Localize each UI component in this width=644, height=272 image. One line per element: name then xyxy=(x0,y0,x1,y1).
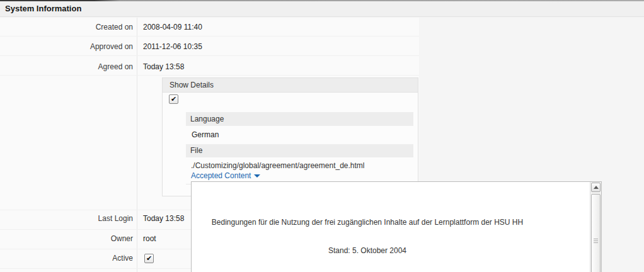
language-column-header: Language xyxy=(186,112,413,126)
system-information-page: System Information Created on 2008-04-09… xyxy=(0,0,644,272)
check-icon: ✔ xyxy=(146,254,152,262)
preview-scrollbar[interactable] xyxy=(590,182,601,272)
file-column-header: File xyxy=(186,144,413,157)
created-on-value: 2008-04-09 11:40 xyxy=(143,21,202,33)
accepted-content-label: Accepted Content xyxy=(191,171,251,180)
file-cell: ./Customizing/global/agreement/agreement… xyxy=(186,157,413,184)
scrollbar-up-button[interactable] xyxy=(591,183,601,192)
agreed-on-value: Today 13:58 xyxy=(143,61,184,72)
file-path: ./Customizing/global/agreement/agreement… xyxy=(191,162,413,170)
accepted-content-link[interactable]: Accepted Content xyxy=(191,172,260,180)
show-details-header: Show Details xyxy=(163,78,418,93)
show-details-checkbox[interactable]: ✔ xyxy=(169,94,178,104)
panel-title-bar: System Information xyxy=(0,1,644,17)
agreement-details-table: Language German File ./Customizing/globa… xyxy=(186,112,413,184)
row-divider xyxy=(0,55,419,56)
panel-title: System Information xyxy=(5,1,81,16)
arrow-up-icon xyxy=(594,186,599,189)
agreement-heading: Bedingungen für die Nutzung der frei zug… xyxy=(192,218,543,227)
owner-value: root xyxy=(143,233,156,244)
row-divider xyxy=(0,36,419,37)
scrollbar-thumb[interactable] xyxy=(591,194,601,272)
chevron-down-icon xyxy=(254,174,260,178)
agreement-preview-frame: Bedingungen für die Nutzung der frei zug… xyxy=(191,181,602,272)
last-login-value: Today 13:58 xyxy=(143,213,184,224)
agreed-on-label: Agreed on xyxy=(0,61,133,72)
approved-on-label: Approved on xyxy=(0,41,133,52)
show-details-panel: Show Details ✔ Language German File ./Cu… xyxy=(162,77,418,196)
last-login-label: Last Login xyxy=(0,213,133,224)
row-divider xyxy=(0,75,419,76)
check-icon: ✔ xyxy=(171,95,176,103)
scrollbar-grip-icon xyxy=(594,239,598,244)
active-checkbox[interactable]: ✔ xyxy=(144,254,154,263)
approved-on-value: 2011-12-06 10:35 xyxy=(143,41,202,52)
active-label: Active xyxy=(0,252,133,264)
language-value: German xyxy=(186,126,413,144)
agreement-date-line: Stand: 5. Oktober 2004 xyxy=(192,246,543,256)
created-on-label: Created on xyxy=(0,21,133,33)
owner-label: Owner xyxy=(0,233,133,244)
